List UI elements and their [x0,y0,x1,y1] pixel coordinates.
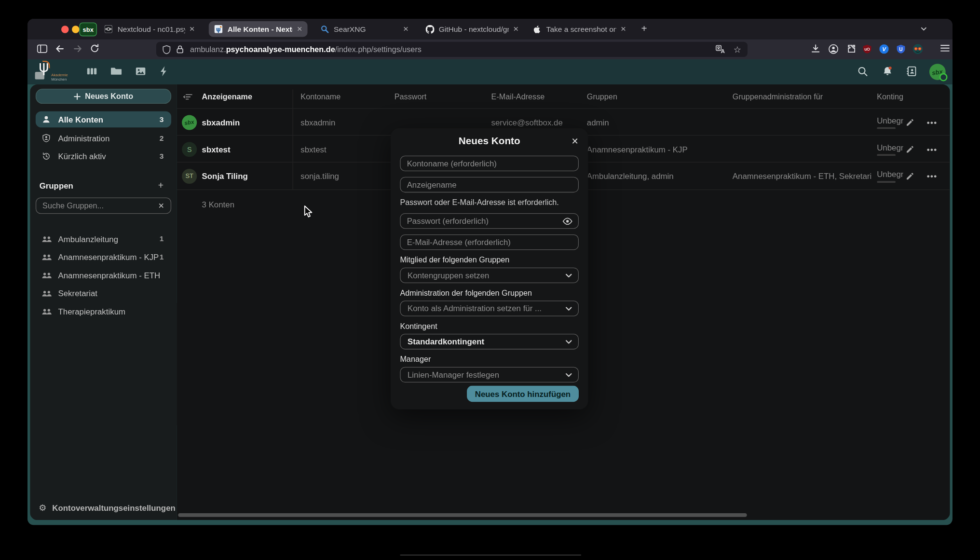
history-clock-icon [40,152,54,161]
edit-pencil-icon[interactable] [906,145,914,153]
files-app-icon[interactable] [110,65,122,78]
avatar-menu[interactable]: sbx [929,64,946,80]
tab-github[interactable]: GitHub - nextcloud/groupfolders ✕ [420,21,524,37]
column-header-passwort[interactable]: Passwort [395,93,427,101]
manager-select[interactable]: Linien-Manager festlegen [400,367,579,382]
modal-close-icon[interactable]: ✕ [570,136,581,147]
monster-extension-icon[interactable] [912,44,923,55]
sidebar-item-kuerzlich-aktiv[interactable]: Kürzlich aktiv 3 [36,148,171,164]
sidebar-group-therapiepraktikum[interactable]: Therapiepraktikum [36,304,171,319]
new-account-button[interactable]: Neues Konto [36,89,171,104]
unified-search-icon[interactable] [858,66,868,77]
email-input[interactable] [401,237,578,246]
show-password-eye-icon[interactable] [562,217,572,225]
list-all-tabs-chevron-icon[interactable] [920,25,928,33]
shield-account-icon [40,134,54,142]
sort-icon[interactable] [183,93,192,101]
group-search-input[interactable] [36,201,158,210]
row-actions-menu-icon[interactable]: ••• [927,171,938,180]
akademie-logo[interactable]: ψ Akademie München [35,61,79,82]
browser-window: sbx Nextcloud - nc01.psychoanalyse ✕ ψ A… [27,19,953,525]
tracking-shield-icon[interactable] [163,45,171,54]
ublock-origin-icon[interactable]: uO [862,44,871,54]
quota-label: Kontingent [400,322,579,330]
extensions-puzzle-icon[interactable] [846,44,857,54]
tab-apple-support[interactable]: Take a screenshot on Mac - App ✕ [528,21,631,37]
group-icon [40,290,54,297]
tab-close-icon[interactable]: ✕ [513,25,519,33]
member-groups-select[interactable]: Kontengruppen setzen [400,268,579,283]
edit-pencil-icon[interactable] [906,118,914,126]
photos-app-icon[interactable] [135,65,147,78]
password-or-email-hint: Passwort oder E-Mail-Adresse ist erforde… [400,198,579,207]
tab-close-icon[interactable]: ✕ [403,25,409,33]
contacts-menu-icon[interactable] [906,66,917,77]
kontoname-input[interactable] [401,159,578,168]
account-settings-link[interactable]: ⚙ Kontoverwaltungseinstellungen [39,503,175,513]
anzeigename-input[interactable] [401,180,578,189]
horizontal-scrollbar[interactable] [178,513,747,517]
admin-groups-select[interactable]: Konto als Administration setzen für ... [400,300,579,316]
sidebar-item-administration[interactable]: Administration 2 [36,130,171,147]
column-header-anzeigename[interactable]: Anzeigename [202,93,252,101]
group-search: ✕ [36,198,171,214]
account-icon[interactable] [828,44,839,55]
cell-group-admin: Anamnesenpraktikum - ETH, Sekretariat, T [733,171,871,180]
plus-icon [74,93,81,99]
back-button[interactable] [55,44,65,54]
tab-searxng[interactable]: SearXNG ✕ [315,21,414,37]
quota-select[interactable]: Standardkontingent [400,334,579,349]
pinned-tab-sbx[interactable]: sbx [80,23,97,37]
cell-groups: admin [587,118,727,127]
tab-close-icon[interactable]: ✕ [189,25,195,33]
sidebar-group-anamnesenpraktikum-eth[interactable]: Anamnesenpraktikum - ETH [36,268,171,283]
cell-groups: Anamnesenpraktikum - KJP [587,144,727,153]
chevron-down-icon [565,305,572,313]
avatar: ST [182,168,197,183]
submit-new-account-button[interactable]: Neues Konto hinzufügen [467,386,579,402]
forward-button[interactable] [72,44,82,54]
url-bar[interactable]: ambulanz.psychoanalyse-muenchen.de/index… [156,42,748,57]
lock-icon[interactable] [176,45,184,54]
column-header-gruppen[interactable]: Gruppen [587,93,727,101]
column-header-gruppenadministration[interactable]: Gruppenadministration für [733,93,871,101]
passwort-input[interactable] [401,216,563,225]
clear-search-icon[interactable]: ✕ [158,201,164,210]
tab-nextcloud-nc01[interactable]: Nextcloud - nc01.psychoanalyse ✕ [99,21,200,37]
column-header-email[interactable]: E-Mail-Adresse [491,93,545,101]
reload-button[interactable] [90,44,99,53]
tab-close-icon[interactable]: ✕ [621,25,626,33]
bookmark-star-icon[interactable]: ☆ [734,44,741,55]
column-header-kontoname[interactable]: Kontoname [300,93,340,101]
sidebar-group-sekretariat[interactable]: Sekretariat [36,286,171,300]
shield-u-extension-icon[interactable]: U [896,44,905,54]
translate-icon[interactable]: A [716,45,726,54]
apple-favicon [532,25,542,34]
add-group-icon[interactable]: + [158,180,163,191]
new-tab-button[interactable]: + [641,23,647,34]
row-actions-menu-icon[interactable]: ••• [927,144,938,153]
column-header-kontingent[interactable]: Kontingent [877,93,903,101]
sidebar-group-ambulanzleitung[interactable]: Ambulanzleitung 1 [36,231,171,246]
menu-hamburger-icon[interactable] [940,44,950,53]
status-dot [939,73,948,82]
activity-app-icon[interactable] [158,65,169,78]
vaultwarden-icon[interactable]: V [879,44,888,54]
edit-pencil-icon[interactable] [906,172,914,180]
manager-label: Manager [400,355,579,364]
nextcloud-favicon [104,25,113,34]
group-icon [40,308,54,314]
svg-text:uO: uO [864,47,870,52]
tab-close-icon[interactable]: ✕ [297,25,302,33]
notifications-bell-icon[interactable] [882,66,893,77]
tab-alle-konten-active[interactable]: ψ Alle Konten - Nextcloud - Ambul ✕ [209,21,308,37]
downloads-icon[interactable] [811,44,821,54]
dashboard-app-icon[interactable] [86,65,98,78]
window-close-button[interactable] [61,26,69,33]
sidebar-item-alle-konten[interactable]: Alle Konten 3 [36,111,171,128]
window-minimize-button[interactable] [72,26,80,33]
sidebar-toggle-icon[interactable] [37,44,47,54]
desktop: sbx Nextcloud - nc01.psychoanalyse ✕ ψ A… [0,0,980,560]
row-actions-menu-icon[interactable]: ••• [927,118,938,127]
sidebar-group-anamnesenpraktikum-kjp[interactable]: Anamnesenpraktikum - KJP 1 [36,249,171,264]
